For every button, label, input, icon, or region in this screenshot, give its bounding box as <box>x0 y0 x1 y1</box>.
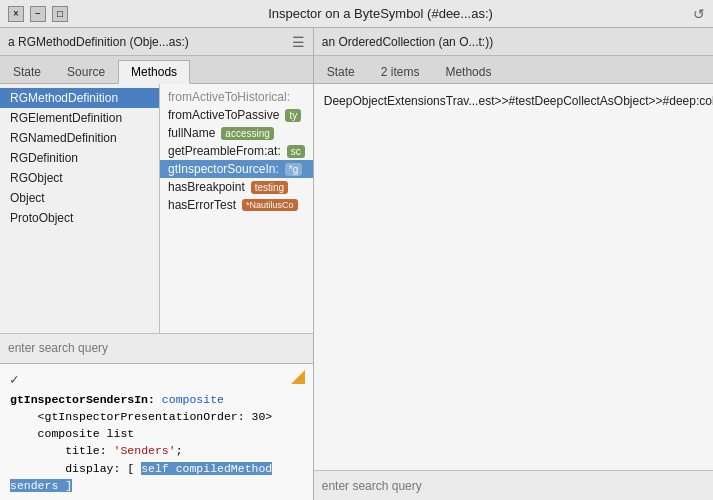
list-item[interactable]: RGMethodDefinition <box>0 88 159 108</box>
list-item[interactable]: RGElementDefinition <box>0 108 159 128</box>
window-title: Inspector on a ByteSymbol (#dee...as:) <box>68 6 693 21</box>
main-container: a RGMethodDefinition (Obje...as:) ☰ Stat… <box>0 28 713 500</box>
tab-right-methods[interactable]: Methods <box>432 59 504 83</box>
left-content: RGMethodDefinition RGElementDefinition R… <box>0 84 313 333</box>
list-item[interactable]: Object <box>0 188 159 208</box>
tab-left-source[interactable]: Source <box>54 59 118 83</box>
close-button[interactable]: × <box>8 6 24 22</box>
method-list: RGMethodDefinition RGElementDefinition R… <box>0 84 160 333</box>
code-line: title: 'Senders'; <box>10 442 303 459</box>
left-pane: a RGMethodDefinition (Obje...as:) ☰ Stat… <box>0 28 314 500</box>
list-item[interactable]: getPreambleFrom:at: sc <box>160 142 313 160</box>
list-item[interactable]: fromActiveToHistorical: <box>160 88 313 106</box>
tab-left-methods[interactable]: Methods <box>118 60 190 84</box>
list-item[interactable]: hasBreakpoint testing <box>160 178 313 196</box>
right-pane-header: an OrderedCollection (an O...t:)) ☰ <box>314 28 713 56</box>
list-item[interactable]: fromActiveToPassive ty <box>160 106 313 124</box>
checkmark-icon: ✓ <box>10 370 303 391</box>
tag-label: testing <box>251 181 288 194</box>
tab-right-state[interactable]: State <box>314 59 368 83</box>
list-item[interactable]: fullName accessing <box>160 124 313 142</box>
left-pane-menu-icon[interactable]: ☰ <box>292 34 305 50</box>
list-item[interactable]: RGDefinition <box>0 148 159 168</box>
list-item[interactable]: RGObject <box>0 168 159 188</box>
list-item[interactable]: hasErrorTest *NautilusCo <box>160 196 313 214</box>
tag-label: *NautilusCo <box>242 199 298 211</box>
tag-label: accessing <box>221 127 273 140</box>
tag-label: sc <box>287 145 305 158</box>
minimize-button[interactable]: − <box>30 6 46 22</box>
right-tabs-bar: State 2 items Methods <box>314 56 713 84</box>
code-line: senders ] <box>10 477 303 494</box>
right-content: DeepObjectExtensionsTrav...est>>#testDee… <box>314 84 713 470</box>
list-item[interactable]: RGNamedDefinition <box>0 128 159 148</box>
left-search-bar[interactable] <box>0 333 313 363</box>
left-search-input[interactable] <box>8 341 305 355</box>
right-search-input[interactable] <box>322 479 713 493</box>
tab-left-state[interactable]: State <box>0 59 54 83</box>
maximize-button[interactable]: □ <box>52 6 68 22</box>
list-item[interactable]: gtInspectorSourceIn: *g <box>160 160 313 178</box>
code-line: gtInspectorSendersIn: composite <box>10 391 303 408</box>
left-pane-header: a RGMethodDefinition (Obje...as:) ☰ <box>0 28 313 56</box>
code-line: <gtInspectorPresentationOrder: 30> <box>10 408 303 425</box>
left-tabs-bar: State Source Methods <box>0 56 313 84</box>
left-pane-title: a RGMethodDefinition (Obje...as:) <box>8 35 189 49</box>
right-search-bar[interactable] <box>314 470 713 500</box>
code-line: composite list <box>10 425 303 442</box>
code-area: ✓ gtInspectorSendersIn: composite <gtIns… <box>0 363 313 501</box>
code-line: display: [ self compiledMethod <box>10 460 303 477</box>
right-pane: an OrderedCollection (an O...t:)) ☰ Stat… <box>314 28 713 500</box>
triangle-indicator <box>291 370 305 384</box>
method-detail: fromActiveToHistorical: fromActiveToPass… <box>160 84 313 333</box>
tab-right-items[interactable]: 2 items <box>368 59 433 83</box>
right-content-text: DeepObjectExtensionsTrav...est>>#testDee… <box>324 94 713 108</box>
list-item[interactable]: ProtoObject <box>0 208 159 228</box>
refresh-button[interactable]: ↺ <box>693 6 705 22</box>
tag-label: *g <box>285 163 302 176</box>
tag-label: ty <box>285 109 301 122</box>
right-pane-title: an OrderedCollection (an O...t:)) <box>322 35 493 49</box>
title-bar: × − □ Inspector on a ByteSymbol (#dee...… <box>0 0 713 28</box>
window-controls: × − □ <box>8 6 68 22</box>
